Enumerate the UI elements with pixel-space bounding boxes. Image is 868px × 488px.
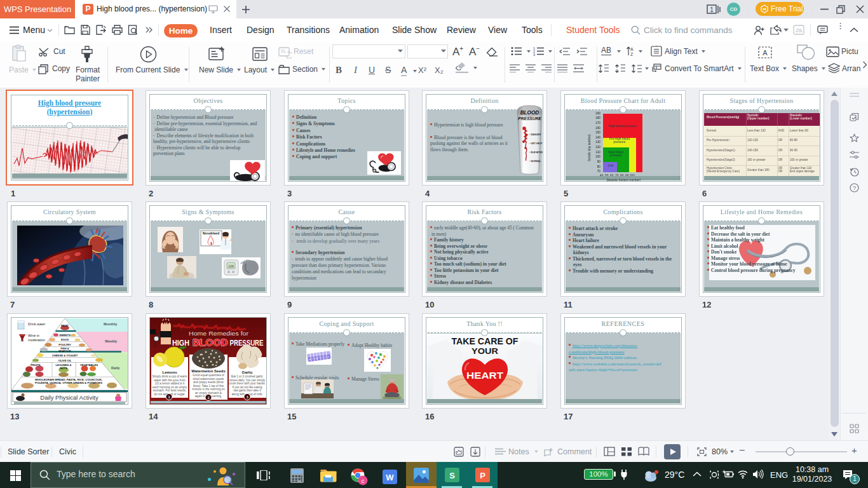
svg-text:ELEVATED: ELEVATED bbox=[531, 151, 543, 154]
svg-text:W: W bbox=[386, 473, 394, 482]
svg-text:BLOOD: BLOOD bbox=[520, 110, 539, 116]
svg-text:SWEETS: SWEETS bbox=[59, 334, 71, 337]
svg-text:2: 2 bbox=[207, 395, 209, 400]
svg-text:TAKE CARE OF: TAKE CARE OF bbox=[452, 336, 519, 346]
svg-text:DANGER: DANGER bbox=[531, 133, 541, 136]
svg-text:c: c bbox=[362, 477, 365, 484]
svg-text:and poppy seeds (khus: and poppy seeds (khus bbox=[193, 381, 224, 384]
svg-text:1: 1 bbox=[710, 6, 714, 13]
svg-text:mixture in the morning on: mixture in the morning on bbox=[192, 388, 225, 391]
svg-text:Nosebleed: Nosebleed bbox=[203, 231, 219, 235]
svg-text:Home Remedies for: Home Remedies for bbox=[189, 330, 248, 337]
svg-text:HIGH: HIGH bbox=[172, 338, 189, 348]
svg-text:Daily: Daily bbox=[111, 366, 120, 370]
svg-text:each morning on an empty: each morning on an empty bbox=[153, 386, 187, 389]
svg-text:an empty stomach &: an empty stomach & bbox=[195, 391, 222, 395]
svg-text:CHEESE & YOGURT: CHEESE & YOGURT bbox=[52, 354, 78, 357]
svg-text:3: 3 bbox=[533, 53, 535, 56]
svg-text:cloves daily. You can simply: cloves daily. You can simply bbox=[229, 379, 266, 382]
svg-text:Eat 1 or 2 crushed garlic: Eat 1 or 2 crushed garlic bbox=[231, 375, 263, 378]
svg-text:YOUR: YOUR bbox=[471, 346, 499, 356]
svg-text:PRESSURE: PRESSURE bbox=[518, 116, 541, 121]
svg-text:VEGETABLES: VEGETABLES bbox=[80, 363, 98, 367]
svg-text:Simply drink a cup of warm: Simply drink a cup of warm bbox=[152, 375, 187, 378]
svg-text:OLIVE OIL: OLIVE OIL bbox=[58, 359, 72, 362]
svg-text:P: P bbox=[480, 471, 485, 480]
svg-text:MEAT: MEAT bbox=[61, 324, 69, 327]
svg-text:dried watermelon seeds: dried watermelon seeds bbox=[193, 377, 224, 381]
svg-text:Drink water: Drink water bbox=[28, 322, 45, 326]
svg-text:Daily Physical Activity: Daily Physical Activity bbox=[40, 394, 98, 401]
svg-text:A: A bbox=[763, 49, 768, 57]
svg-text:120: 120 bbox=[228, 265, 234, 269]
svg-text:NUTS: NUTS bbox=[60, 367, 67, 370]
svg-text:Watermelon Seeds: Watermelon Seeds bbox=[191, 369, 226, 373]
svg-text:water with the juice from: water with the juice from bbox=[154, 379, 186, 382]
svg-text:BLOOD: BLOOD bbox=[193, 337, 228, 348]
svg-text:SEAFOOD: SEAFOOD bbox=[58, 349, 71, 353]
svg-text:If you do not like eating: If you do not like eating bbox=[232, 386, 262, 389]
svg-text:khus). Take 1 tsp of this: khus). Take 1 tsp of this bbox=[193, 384, 224, 388]
svg-text:Monthly: Monthly bbox=[104, 322, 118, 326]
svg-text:Garlic: Garlic bbox=[241, 370, 253, 374]
svg-text:Grind equal quantities of: Grind equal quantities of bbox=[193, 374, 225, 377]
svg-text:POLENTA, QUINOA, OTHER GRAINS: POLENTA, QUINOA, OTHER GRAINS & POTATOES bbox=[35, 381, 102, 384]
svg-text:raw garlic then take it: raw garlic then take it bbox=[233, 389, 261, 392]
svg-text:HEART: HEART bbox=[466, 370, 503, 381]
svg-text:POULTRY: POULTRY bbox=[58, 343, 71, 346]
svg-text:?: ? bbox=[853, 185, 856, 191]
svg-text:stomach. For best results,: stomach. For best results, bbox=[153, 389, 187, 392]
svg-text:crush them with your hands.: crush them with your hands. bbox=[229, 382, 265, 385]
svg-text:EGGS: EGGS bbox=[61, 338, 69, 341]
svg-text:GET HELP: GET HELP bbox=[531, 142, 543, 145]
svg-text:moderation: moderation bbox=[28, 338, 45, 342]
svg-text:1/2 a lemon added to it: 1/2 a lemon added to it bbox=[155, 382, 185, 385]
svg-text:Lemons: Lemons bbox=[162, 370, 177, 374]
svg-text:S: S bbox=[449, 471, 455, 480]
svg-text:FRUITS: FRUITS bbox=[31, 363, 40, 367]
svg-text:NORMAL: NORMAL bbox=[531, 160, 542, 163]
svg-text:Wine in: Wine in bbox=[28, 334, 39, 337]
svg-text:1: 1 bbox=[168, 395, 170, 399]
svg-text:Z: Z bbox=[630, 52, 634, 57]
svg-text:Weekly: Weekly bbox=[105, 339, 118, 343]
svg-text:A: A bbox=[630, 47, 634, 51]
